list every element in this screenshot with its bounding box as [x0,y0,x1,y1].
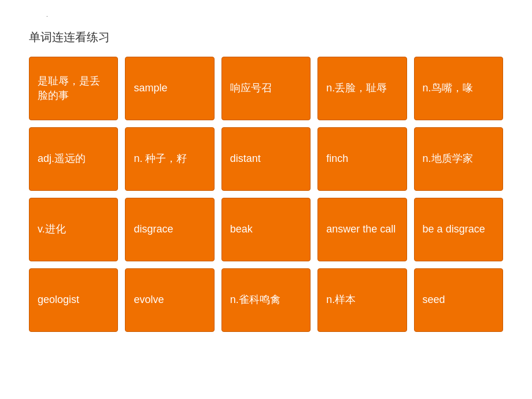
card-item[interactable]: n.样本 [317,268,407,332]
card-item[interactable]: be a disgrace [414,198,503,261]
card-item[interactable]: n.地质学家 [414,127,503,191]
card-item[interactable]: finch [317,127,407,191]
card-item[interactable]: n.丢脸，耻辱 [317,57,407,120]
card-item[interactable]: 响应号召 [221,57,311,120]
card-item[interactable]: n.雀科鸣禽 [221,268,311,332]
page-title: 单词连连看练习 [29,29,520,45]
dot: . [46,12,520,18]
card-item[interactable]: disgrace [125,198,214,261]
card-item[interactable]: beak [221,198,311,261]
card-item[interactable]: v.进化 [29,198,118,261]
card-item[interactable]: 是耻辱，是丢脸的事 [29,57,118,120]
card-item[interactable]: answer the call [317,198,407,261]
card-item[interactable]: n.鸟嘴，喙 [414,57,503,120]
card-item[interactable]: geologist [29,268,118,332]
card-item[interactable]: evolve [125,268,214,332]
card-item[interactable]: seed [414,268,503,332]
card-item[interactable]: adj.遥远的 [29,127,118,191]
card-item[interactable]: distant [221,127,311,191]
card-item[interactable]: n. 种子，籽 [125,127,214,191]
card-grid: 是耻辱，是丢脸的事sample响应号召n.丢脸，耻辱n.鸟嘴，喙adj.遥远的n… [12,57,520,332]
card-item[interactable]: sample [125,57,214,120]
